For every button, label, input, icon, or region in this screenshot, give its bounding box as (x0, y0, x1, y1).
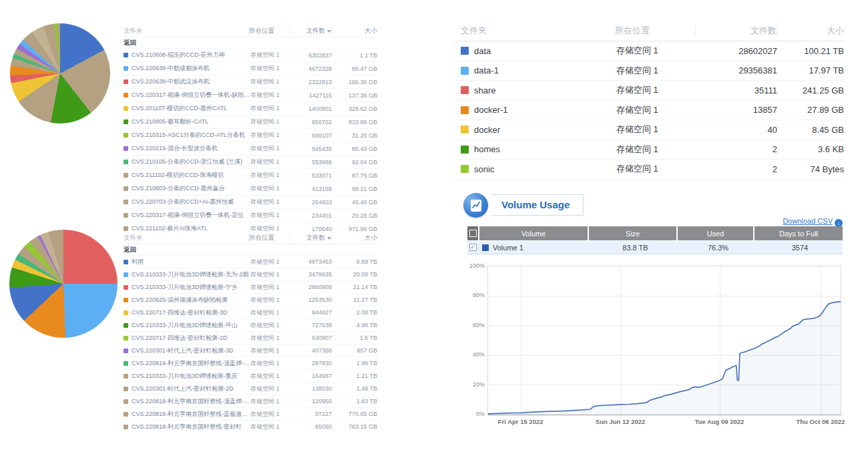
y-axis-tick-label: 40% (467, 351, 485, 358)
folder-pie-chart-bottom[interactable] (9, 230, 118, 338)
filecount-cell: 35111 (696, 85, 777, 95)
table-row[interactable]: CVS.211102-模切的CCD-珠海模切存储空间 153307187.75 … (124, 168, 377, 182)
col-header-location[interactable]: 所在位置 (248, 234, 289, 242)
folder-name-cell: CVS.220638-中航武汉涂布机 (124, 77, 250, 86)
table-row[interactable]: CVS.210333-刀片电池3D焊缝检测-无为-2期存储空间 13479835… (124, 268, 377, 280)
table-row[interactable]: CVS.220638-中航武汉涂布机存储空间 12322813166.36 GB (124, 75, 377, 88)
folder-name: CVS.220301-时代上汽-密封钉检测-3D (132, 347, 234, 355)
folder-table-bottom: 文件夹 所在位置 文件数 大小 返回 利用存储空间 149734538.89 T… (124, 232, 377, 433)
row-checkbox[interactable]: ✓ (469, 244, 477, 251)
location-cell: 存储空间 1 (250, 423, 290, 431)
col-header-filecount[interactable]: 文件数 (289, 234, 331, 242)
table-row[interactable]: CVS.220301-时代上汽-密封钉检测-3D存储空间 1407368857 … (124, 344, 377, 357)
table-row[interactable]: CVS.220625-温州瑞浦涂布缺陷检测存储空间 1125353011.27 … (124, 293, 377, 306)
table-row[interactable]: 利用存储空间 149734538.89 TB (124, 255, 377, 268)
table-row[interactable]: CVS.210333-刀片电池3D焊缝检测-重庆存储空间 11649871.21… (124, 369, 377, 382)
legend-color-square (124, 425, 128, 429)
location-cell: 存储空间 1 (250, 296, 290, 304)
table-row[interactable]: CVS.201107-模切的CCD-惠州CATL存储空间 11400801328… (124, 101, 377, 115)
col-header-size[interactable]: 大小 (777, 25, 844, 37)
col-header-location[interactable]: 所在位置 (614, 25, 695, 37)
volume-row[interactable]: ✓ Volume 1 83.8 TB 76.3% 3574 (467, 241, 843, 254)
table-row[interactable]: CVS.220818-利元亨南京国轩整线-顶盖焊-2D存储空间 11209501… (124, 395, 377, 407)
col-header-filecount[interactable]: 文件数 (289, 27, 331, 35)
row-checkbox-cell[interactable]: ✓ (467, 241, 478, 254)
table-row[interactable]: CVS.210333-刀片电池3D焊缝检测-宁乡存储空间 1286090921.… (124, 280, 377, 293)
x-axis-tick-label: Fri Apr 15 2022 (498, 418, 544, 425)
table-row[interactable]: CVS.220703-分条的CCD+AI-惠州恒威存储空间 125480345.… (124, 195, 377, 208)
table-row[interactable]: CVS.220818-利元亨南京国轩整线-密封钉存储空间 165060763.1… (124, 420, 377, 433)
table-row[interactable]: docker存储空间 1408.45 GB (454, 120, 844, 140)
table-row[interactable]: docker-1存储空间 11385727.89 GB (454, 101, 844, 121)
select-all-checkbox-cell[interactable] (467, 226, 478, 240)
col-header-location[interactable]: 所在位置 (248, 27, 289, 35)
table-header-row: 文件夹 所在位置 文件数 大小 (124, 232, 377, 244)
filecount-cell: 944827 (290, 309, 332, 316)
legend-color-square (124, 336, 128, 340)
folder-name: CVS.201107-模切的CCD-惠州CATL (132, 104, 227, 113)
folder-name-cell: data-1 (454, 65, 616, 75)
size-cell: 27.89 GB (777, 105, 844, 115)
table-row[interactable]: CVS.210315-ASC1分条的CCD-ATL分条机存储空间 1699107… (124, 128, 377, 142)
location-cell: 存储空间 1 (250, 347, 290, 355)
folder-name-cell: CVS.210608-辊压的CCD-苏州力神 (124, 51, 250, 59)
table-row[interactable]: CVS.210608-辊压的CCD-苏州力神存储空间 163028371.1 T… (124, 48, 377, 61)
table-row[interactable]: CVS.210905-极耳翻折-CATL存储空间 1856702833.99 G… (124, 115, 377, 128)
legend-color-square (124, 349, 128, 353)
filecount-cell: 254803 (290, 199, 332, 206)
table-row[interactable]: CVS.210803-分条的CCD-惠州赢合存储空间 141318898.21 … (124, 182, 377, 195)
table-row[interactable]: CVS.220317-稻康-倒组立切叠一体机-缺陷检测存储空间 11427115… (124, 88, 377, 101)
table-row[interactable]: data-1存储空间 12935638117.97 TB (454, 61, 844, 81)
folder-name-cell: CVS.220717-四维达-密封钉检测-3D (124, 308, 250, 317)
legend-color-square (461, 86, 469, 94)
table-row[interactable]: CVS.220717-四维达-密封钉检测-3D存储空间 19448272.08 … (124, 306, 377, 318)
filecount-cell: 164987 (290, 373, 332, 379)
col-header-size[interactable]: 大小 (331, 234, 377, 242)
size-cell: 87.75 GB (332, 172, 377, 179)
table-row[interactable]: CVS.220717-四维达-密封钉检测-2D存储空间 16308071.6 T… (124, 331, 377, 344)
col-header-folder[interactable]: 文件夹 (454, 25, 614, 37)
shared-folders-table: 文件夹 所在位置 文件数 大小 data存储空间 128602027100.21… (454, 20, 844, 180)
legend-color-square (124, 146, 128, 151)
legend-color-square (124, 272, 128, 277)
legend-color-square (124, 361, 128, 366)
size-cell: 86.43 GB (332, 146, 377, 152)
folder-name-cell: CVS.201107-模切的CCD-惠州CATL (124, 104, 250, 113)
select-all-checkbox[interactable] (469, 230, 477, 237)
table-row[interactable]: CVS.210333-刀片电池3D焊缝检测-坪山存储空间 17276384.98… (124, 318, 377, 331)
table-row[interactable]: homes存储空间 123.6 KB (454, 140, 844, 160)
folder-name-cell: CVS.220301-时代上汽-密封钉检测-2D (124, 385, 250, 393)
table-body: 利用存储空间 149734538.89 TBCVS.210333-刀片电池3D焊… (124, 255, 377, 433)
table-row[interactable]: CVS.220301-时代上汽-密封钉检测-2D存储空间 11380301.48… (124, 382, 377, 395)
table-row[interactable]: CVS.220638-中航成都涂布机存储空间 1467232866.47 GB (124, 61, 377, 75)
col-header-filecount[interactable]: 文件数 (695, 25, 777, 37)
back-link[interactable]: 返回 (124, 244, 377, 255)
filecount-cell: 13857 (696, 105, 777, 115)
col-header-days-to-full[interactable]: Days to Full (754, 226, 843, 240)
chart-plot-area[interactable] (487, 266, 841, 415)
table-row[interactable]: CVS.220818-利元亨南京国轩整线-顶盖焊-3D存储空间 12978301… (124, 357, 377, 369)
download-csv-link[interactable]: Download CSV (783, 217, 833, 225)
filecount-cell: 1400801 (290, 105, 332, 112)
col-header-size[interactable]: 大小 (331, 27, 377, 35)
col-header-folder[interactable]: 文件夹 (124, 234, 248, 242)
col-header-used[interactable]: Used (678, 226, 753, 240)
table-row[interactable]: CVS.210105-分条的CCD-浙江恒威 (兰溪)存储空间 15539869… (124, 155, 377, 168)
size-cell: 100.21 TB (777, 46, 844, 56)
table-row[interactable]: data存储空间 128602027100.21 TB (454, 41, 844, 61)
folder-name: CVS.220818-利元亨南京国轩整线-顶盖焊-2D (132, 397, 250, 406)
folder-name-cell: CVS.220301-时代上汽-密封钉检测-3D (124, 347, 250, 355)
table-row[interactable]: CVS.220215-混合-长型波分条机存储空间 164543586.43 GB (124, 142, 377, 155)
col-header-folder[interactable]: 文件夹 (124, 27, 248, 35)
col-header-size[interactable]: Size (589, 226, 676, 240)
table-row[interactable]: CVS.220818-利元亨南京国轩整线-盖板激光焊厚...存储空间 19722… (124, 407, 377, 420)
location-cell: 存储空间 1 (250, 198, 290, 206)
filecount-cell: 29356381 (696, 65, 777, 75)
volume-legend-square (482, 244, 489, 251)
col-header-volume[interactable]: Volume (479, 226, 588, 240)
size-cell: 66.47 GB (332, 65, 377, 72)
table-row[interactable]: sonic存储空间 1274 Bytes (454, 160, 844, 180)
folder-pie-chart-top[interactable] (10, 23, 110, 124)
table-row[interactable]: share存储空间 135111241.25 GB (454, 81, 844, 101)
back-link[interactable]: 返回 (124, 37, 377, 48)
